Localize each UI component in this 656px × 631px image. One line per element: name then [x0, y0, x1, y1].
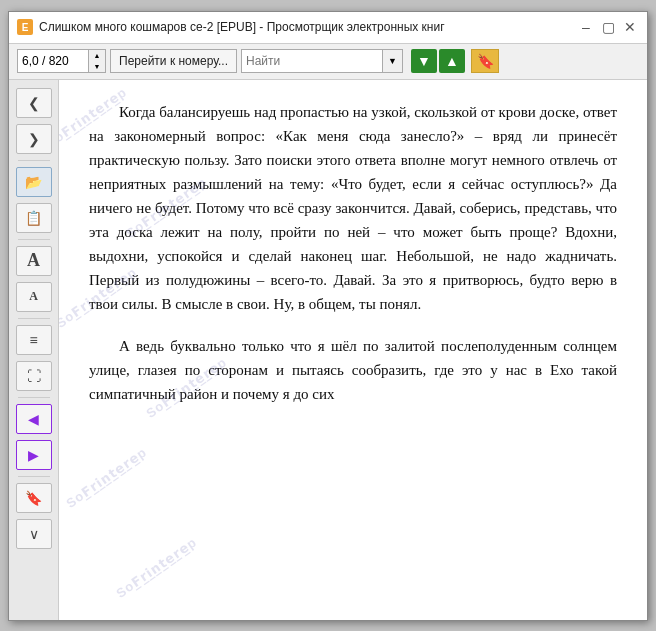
sidebar-divider-3 — [18, 318, 50, 319]
sidebar-divider-1 — [18, 160, 50, 161]
text-align-button[interactable]: ≡ — [16, 325, 52, 355]
bookmark-side-button[interactable]: 🔖 — [16, 483, 52, 513]
bookmark-toolbar-button[interactable]: 🔖 — [471, 49, 499, 73]
window-title: Слишком много кошмаров се-2 [EPUB] - Про… — [39, 20, 571, 34]
sidebar-divider-4 — [18, 397, 50, 398]
title-bar: E Слишком много кошмаров се-2 [EPUB] - П… — [9, 12, 647, 44]
app-icon: E — [17, 19, 33, 35]
main-reading-area[interactable]: SoF̲r̲i̲n̲t̲e̲r̲e̲p SoF̲r̲i̲n̲t̲e̲r̲e̲p … — [59, 80, 647, 620]
nav-up-button[interactable]: ▲ — [439, 49, 465, 73]
fullscreen-button[interactable]: ⛶ — [16, 361, 52, 391]
nav-arrows: ▼ ▲ — [411, 49, 465, 73]
page-spinner: ▲ ▼ — [88, 50, 105, 72]
next-nav-button[interactable]: ❯ — [16, 124, 52, 154]
page-input-wrap: ▲ ▼ — [17, 49, 106, 73]
close-button[interactable]: ✕ — [621, 18, 639, 36]
nav-down-button[interactable]: ▼ — [411, 49, 437, 73]
back-button[interactable]: ◀ — [16, 404, 52, 434]
find-wrap: ▼ — [241, 49, 403, 73]
goto-button[interactable]: Перейти к номеру... — [110, 49, 237, 73]
app-icon-letter: E — [22, 22, 29, 33]
page-up-spin[interactable]: ▲ — [89, 50, 105, 61]
sidebar-divider-5 — [18, 476, 50, 477]
font-large-button[interactable]: A — [16, 246, 52, 276]
page-down-spin[interactable]: ▼ — [89, 61, 105, 72]
paragraph-1: Когда балансируешь над пропастью на узко… — [89, 100, 617, 316]
forward-button[interactable]: ▶ — [16, 440, 52, 470]
font-small-icon: A — [29, 289, 38, 304]
find-input[interactable] — [242, 52, 382, 70]
sidebar: ❮ ❯ 📂 📋 A A ≡ ⛶ ◀ ▶ 🔖 ∨ — [9, 80, 59, 620]
font-large-icon: A — [27, 250, 40, 271]
find-dropdown-button[interactable]: ▼ — [382, 50, 402, 72]
book-text: Когда балансируешь над пропастью на узко… — [89, 100, 617, 406]
prev-nav-button[interactable]: ❮ — [16, 88, 52, 118]
font-small-button[interactable]: A — [16, 282, 52, 312]
paragraph-2: А ведь буквально только что я шёл по зал… — [89, 334, 617, 406]
more-side-button[interactable]: ∨ — [16, 519, 52, 549]
page-input[interactable] — [18, 52, 88, 70]
sidebar-divider-2 — [18, 239, 50, 240]
content-area: ❮ ❯ 📂 📋 A A ≡ ⛶ ◀ ▶ 🔖 ∨ SoF̲r̲i̲n — [9, 80, 647, 620]
main-window: E Слишком много кошмаров се-2 [EPUB] - П… — [8, 11, 648, 621]
copy-button[interactable]: 📋 — [16, 203, 52, 233]
minimize-button[interactable]: – — [577, 18, 595, 36]
window-controls: – ▢ ✕ — [577, 18, 639, 36]
toolbar: ▲ ▼ Перейти к номеру... ▼ ▼ ▲ 🔖 — [9, 44, 647, 80]
open-file-button[interactable]: 📂 — [16, 167, 52, 197]
maximize-button[interactable]: ▢ — [599, 18, 617, 36]
